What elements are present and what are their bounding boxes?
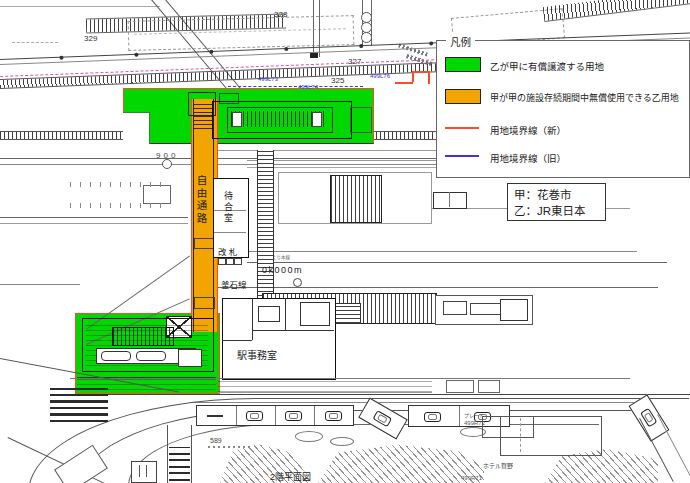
corridor-door	[194, 297, 215, 309]
corridor-door	[194, 238, 215, 249]
dashed-wall	[520, 418, 521, 452]
street-edge-line	[70, 394, 690, 395]
legend-line-new	[445, 127, 479, 129]
station-office-label: 駅事務室	[237, 351, 277, 361]
rail-ref-label: 499L73	[258, 76, 278, 82]
survey-dot	[359, 44, 363, 48]
legend-swatch-orange	[445, 89, 481, 104]
dimension-label: 589	[210, 437, 222, 444]
legend-label: 用地境界線（新）	[490, 123, 566, 137]
rail-ref-label: 499L74	[298, 84, 318, 90]
canopy-box	[478, 380, 500, 393]
platform-stair-hatch	[330, 175, 382, 223]
green-area-notch	[123, 112, 150, 144]
party-b-label: 乙：JR東日本	[514, 203, 599, 219]
road-edge-line	[167, 425, 168, 483]
building-wing	[350, 107, 372, 133]
parking-row	[196, 405, 354, 426]
survey-dot	[59, 56, 63, 60]
platform-edge-column	[257, 150, 274, 312]
platform-shed	[500, 299, 528, 321]
escalator	[101, 351, 131, 361]
km-post-symbol	[293, 278, 302, 287]
crosswalk	[50, 388, 108, 422]
km-post-label: 0k000m	[262, 266, 303, 275]
legend-line-old	[445, 155, 479, 157]
rail-line	[0, 217, 188, 218]
wall-line	[146, 465, 147, 477]
floor-plan-caption: 2階平面図	[270, 473, 311, 482]
parking-divider	[275, 406, 276, 425]
survey-circle	[162, 159, 172, 169]
boundary-line-old	[228, 86, 363, 87]
stair-landing	[232, 112, 242, 127]
free-passage-label: 自由通路	[196, 175, 207, 225]
legend-label: 甲が甲の施設存続期間中無償使用できる乙用地	[490, 91, 679, 104]
road-edge-line	[191, 425, 192, 483]
ticket-gate-machine	[234, 258, 242, 265]
boundary-line-new	[412, 71, 428, 73]
track-number: 328	[274, 11, 287, 19]
track-name-label: 上り本線	[272, 256, 290, 261]
parking-divider	[459, 406, 460, 426]
track-number: 327	[348, 58, 361, 66]
legend-title: 凡例	[446, 34, 475, 49]
escalator	[136, 351, 166, 361]
station-site-plan: 329 328 327 325 499L73 499L74 499L76 900…	[0, 0, 690, 483]
rail-line	[0, 223, 188, 224]
parking-divider	[236, 406, 237, 425]
tick-row	[70, 182, 170, 187]
rail-line	[247, 251, 637, 252]
wall-line	[214, 232, 246, 233]
yard-structure	[143, 185, 171, 204]
parking-mark	[207, 415, 223, 417]
legend-label: 用地境界線（旧）	[490, 151, 566, 165]
ticket-gate-label: 改 札	[218, 248, 237, 257]
plaza-structure	[131, 461, 157, 483]
plate-label: プレート	[464, 413, 484, 418]
ticket-gate-machine	[226, 258, 234, 265]
planting-oval	[330, 437, 354, 446]
rail-ref-label: 499R71	[461, 475, 482, 481]
survey-dot	[134, 53, 138, 57]
tick-row	[70, 203, 170, 208]
wall-line	[252, 298, 253, 340]
survey-dot	[284, 47, 288, 51]
platform-room	[443, 301, 467, 315]
boundary-line-new	[412, 71, 414, 82]
boundary-line-new	[428, 71, 430, 84]
rail-line	[247, 262, 667, 263]
planting-oval	[295, 431, 323, 442]
car-icon	[246, 411, 263, 421]
stair-landing	[312, 112, 322, 127]
small-building	[433, 192, 467, 209]
parking-divider	[314, 406, 315, 425]
wall-line	[252, 330, 334, 331]
office-room	[258, 306, 280, 322]
canopy-edge-line	[70, 378, 630, 379]
boundary-line-new	[395, 82, 413, 84]
car-icon	[424, 412, 441, 422]
rail-ref-label: 499R72	[464, 420, 485, 426]
rail-line	[218, 287, 658, 288]
legend-box: 乙が甲に有償譲渡する用地 甲が甲の施設存続期間中無償使用できる乙用地 用地境界線…	[436, 40, 690, 178]
wall-line	[139, 465, 140, 477]
parties-box: 甲：花巻市 乙：JR東日本	[507, 183, 606, 221]
legend-label: 乙が甲に有償譲渡する用地	[490, 59, 604, 73]
track-number: 325	[331, 77, 344, 85]
kamaishi-line-label: 釜石線	[221, 281, 247, 290]
building-stair-block	[112, 327, 174, 346]
track-number: 329	[84, 35, 97, 43]
hotel-label: ホテル賀野	[483, 463, 513, 469]
survey-dot	[429, 41, 433, 45]
ticket-gate-machine	[218, 258, 226, 265]
wall-line	[449, 192, 450, 207]
canopy-hatch	[218, 381, 432, 393]
party-a-label: 甲：花巻市	[514, 187, 599, 203]
dotted-row	[208, 446, 252, 448]
wall-line	[222, 340, 252, 341]
car-icon	[325, 411, 342, 421]
rail-ref-label: 499L76	[370, 73, 390, 79]
adjacent-building	[482, 416, 534, 438]
canopy-box	[446, 380, 474, 393]
